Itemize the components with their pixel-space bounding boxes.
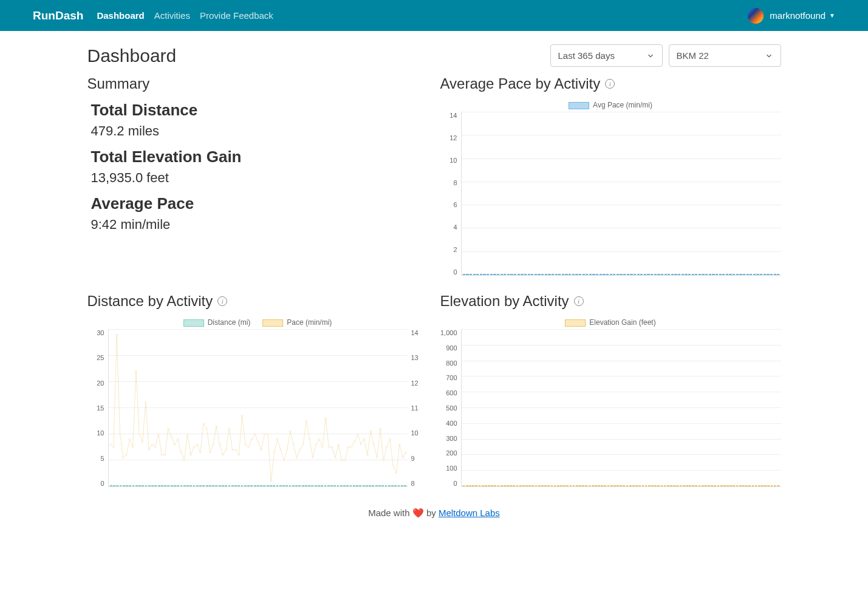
total-elevation-value: 13,935.0 feet <box>91 170 428 186</box>
distance-yaxis-left: 302520151050 <box>87 329 108 487</box>
footer-mid: by <box>424 508 439 518</box>
svg-point-18 <box>167 428 169 429</box>
svg-point-79 <box>363 438 365 440</box>
svg-point-91 <box>402 457 404 458</box>
username: marknotfound <box>770 10 825 21</box>
svg-point-38 <box>231 449 233 451</box>
info-icon[interactable]: i <box>217 296 227 306</box>
svg-point-87 <box>389 438 391 440</box>
distance-legend-2: Pace (min/mi) <box>287 318 332 327</box>
svg-point-36 <box>225 449 227 451</box>
svg-point-40 <box>238 454 240 455</box>
svg-point-45 <box>253 434 256 435</box>
footer-link[interactable]: Meltdown Labs <box>439 508 500 518</box>
svg-point-17 <box>163 454 166 455</box>
svg-point-46 <box>257 441 259 443</box>
svg-point-56 <box>289 431 292 432</box>
elevation-legend: Elevation Gain (feet) <box>589 318 655 327</box>
svg-point-20 <box>173 444 176 445</box>
svg-point-76 <box>353 441 355 443</box>
svg-point-14 <box>154 446 156 448</box>
svg-point-23 <box>183 460 185 461</box>
pace-chart: Average Pace by Activity i Avg Pace (min… <box>440 75 781 276</box>
pace-legend: Avg Pace (min/mi) <box>593 101 652 109</box>
svg-point-52 <box>276 438 278 440</box>
total-elevation-label: Total Elevation Gain <box>91 148 428 166</box>
svg-point-83 <box>375 457 378 458</box>
avg-pace-label: Average Pace <box>91 194 428 213</box>
svg-point-11 <box>144 402 146 403</box>
svg-point-6 <box>128 438 131 440</box>
elevation-chart: Elevation by Activity i Elevation Gain (… <box>440 293 781 487</box>
info-icon[interactable]: i <box>574 296 584 306</box>
svg-point-42 <box>244 444 246 445</box>
shoe-value: BKM 22 <box>677 50 709 61</box>
svg-point-27 <box>196 444 198 445</box>
svg-point-77 <box>357 434 359 435</box>
summary-panel: Summary Total Distance 479.2 miles Total… <box>87 75 428 276</box>
svg-point-44 <box>250 438 253 440</box>
svg-point-69 <box>330 446 333 448</box>
svg-point-71 <box>337 444 340 445</box>
heart-icon: ❤️ <box>412 508 424 518</box>
svg-point-59 <box>298 449 301 451</box>
svg-point-82 <box>372 444 375 445</box>
user-menu[interactable]: marknotfound ▼ <box>748 8 835 24</box>
svg-point-53 <box>279 449 282 451</box>
svg-point-39 <box>234 449 237 451</box>
svg-point-78 <box>360 444 362 445</box>
svg-point-75 <box>350 446 352 448</box>
svg-point-5 <box>125 454 128 455</box>
svg-point-63 <box>312 457 314 458</box>
svg-point-19 <box>170 436 173 437</box>
nav-dashboard[interactable]: Dashboard <box>97 10 144 21</box>
svg-point-84 <box>379 428 381 429</box>
svg-point-48 <box>263 434 265 435</box>
pace-yaxis: 14121086420 <box>440 112 461 276</box>
chevron-down-icon <box>646 52 655 60</box>
nav-activities[interactable]: Activities <box>154 10 190 21</box>
svg-point-2 <box>115 334 118 335</box>
avg-pace-value: 9:42 min/mile <box>91 217 428 233</box>
svg-point-12 <box>148 449 150 451</box>
svg-point-47 <box>260 449 262 451</box>
svg-point-10 <box>141 441 143 443</box>
svg-point-0 <box>109 444 111 445</box>
svg-point-13 <box>151 444 153 445</box>
svg-point-86 <box>385 446 388 448</box>
elevation-chart-title: Elevation by Activity <box>440 293 569 310</box>
svg-point-49 <box>267 434 269 435</box>
elevation-plot-area <box>461 329 781 487</box>
distance-yaxis-right: 141312111098 <box>408 329 428 487</box>
date-range-select[interactable]: Last 365 days <box>550 44 663 67</box>
info-icon[interactable]: i <box>605 79 615 89</box>
shoe-select[interactable]: BKM 22 <box>669 44 781 67</box>
svg-point-67 <box>324 418 327 419</box>
svg-point-7 <box>131 446 134 448</box>
pace-plot-area <box>461 112 781 276</box>
svg-point-50 <box>270 480 272 482</box>
svg-point-72 <box>340 460 343 461</box>
svg-point-88 <box>392 465 394 466</box>
chevron-down-icon: ▼ <box>829 12 835 19</box>
svg-point-25 <box>190 454 192 455</box>
svg-point-22 <box>180 452 182 453</box>
nav-feedback[interactable]: Provide Feedback <box>200 10 273 21</box>
footer: Made with ❤️ by Meltdown Labs <box>87 508 781 519</box>
brand-logo[interactable]: RunDash <box>33 9 83 22</box>
svg-point-80 <box>366 454 369 455</box>
svg-point-9 <box>138 434 140 435</box>
svg-point-74 <box>347 446 349 448</box>
svg-point-32 <box>212 444 214 445</box>
svg-point-51 <box>273 452 275 453</box>
svg-point-31 <box>208 452 211 453</box>
summary-title: Summary <box>87 75 428 92</box>
date-range-value: Last 365 days <box>558 50 615 61</box>
svg-point-81 <box>369 431 372 432</box>
footer-prefix: Made with <box>368 508 412 518</box>
svg-point-43 <box>247 446 250 448</box>
chevron-down-icon <box>765 52 773 60</box>
svg-point-92 <box>405 452 407 453</box>
svg-point-33 <box>215 426 217 427</box>
svg-point-64 <box>315 444 317 445</box>
